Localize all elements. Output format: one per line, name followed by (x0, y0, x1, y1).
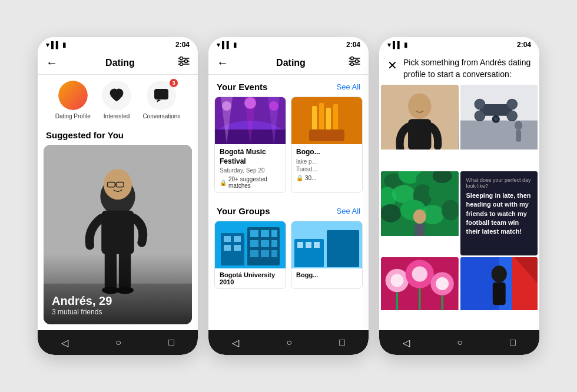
svg-point-96 (390, 274, 403, 287)
conversations-label: Conversations (142, 113, 180, 119)
svg-rect-51 (261, 250, 269, 257)
svg-rect-50 (250, 250, 258, 257)
svg-rect-14 (101, 211, 134, 254)
battery-icon-2: ▮ (233, 41, 237, 49)
pick-screen: ✕ Pick something from Andrés dating prof… (379, 51, 539, 330)
svg-point-28 (222, 101, 231, 111)
bottom-nav-1: ◁ ○ □ (38, 330, 198, 355)
svg-rect-62 (410, 149, 419, 150)
interested-icon[interactable]: Interested (102, 81, 131, 119)
groups-row: Bogotá University 2010 (208, 221, 369, 289)
svg-point-29 (244, 97, 256, 109)
svg-rect-61 (408, 119, 431, 150)
dating-profile-label: Dating Profile (55, 113, 91, 119)
status-time-2: 2:04 (346, 41, 360, 49)
lock-icon-2: 🔒 (296, 175, 303, 181)
pick-garden[interactable] (381, 171, 459, 256)
svg-rect-91 (414, 224, 425, 236)
status-bar-1: ▾ ▌▌ ▮ 2:04 (38, 37, 198, 51)
filter-button-1[interactable] (178, 57, 190, 69)
pick-flowers[interactable] (381, 257, 459, 330)
suggested-label: Suggested for You (38, 124, 198, 145)
events-section-header: Your Events See All (208, 75, 369, 97)
event-1-matches: 🔒 20+ suggested matches (220, 176, 281, 189)
svg-rect-43 (234, 245, 241, 251)
svg-point-98 (436, 277, 449, 290)
pick-man1[interactable] (381, 85, 459, 170)
event-1-date: Saturday, Sep 20 (220, 167, 281, 174)
group-card-1[interactable]: Bogotá University 2010 (214, 221, 286, 289)
pick-drone[interactable] (460, 85, 538, 170)
back-button-2[interactable]: ← (217, 56, 228, 69)
group-card-2[interactable]: Bogg... (291, 221, 363, 289)
profile-info: Andrés, 29 3 mutual friends (52, 294, 112, 316)
back-button-1[interactable]: ← (46, 56, 58, 69)
svg-point-70 (475, 99, 485, 110)
svg-rect-58 (314, 242, 320, 248)
recent-nav-btn-3[interactable]: □ (498, 334, 528, 351)
groups-section-header: Your Groups See All (208, 199, 369, 221)
svg-point-107 (491, 266, 506, 283)
conversations-badge: 3 (169, 78, 178, 88)
nav-bar-1: ← Dating (38, 51, 198, 75)
phone-3: ▾ ▌▌ ▮ 2:04 ✕ Pick something from Andrés… (379, 37, 539, 355)
svg-rect-56 (297, 242, 303, 248)
see-all-events[interactable]: See All (337, 82, 360, 91)
group-card-2-img (291, 221, 362, 268)
filter-button-2[interactable] (349, 57, 360, 69)
event-card-2[interactable]: Bogo... lake p... Tuesd... 🔒 30... (291, 97, 363, 193)
svg-rect-68 (516, 130, 521, 142)
svg-rect-49 (271, 240, 277, 247)
phones-container: ▾ ▌▌ ▮ 2:04 ← Dating (38, 37, 539, 355)
pick-header: ✕ Pick something from Andrés dating prof… (379, 51, 539, 85)
svg-rect-48 (261, 240, 269, 247)
pick-man2[interactable] (460, 257, 538, 330)
see-all-groups[interactable]: See All (337, 207, 360, 215)
event-card-1[interactable]: Bogotá Music Festival Saturday, Sep 20 🔒… (214, 97, 286, 193)
question-label: What does your perfect day look like? (466, 177, 532, 189)
back-nav-btn-3[interactable]: ◁ (391, 334, 422, 352)
close-button[interactable]: ✕ (387, 58, 397, 72)
svg-rect-36 (309, 129, 344, 141)
home-nav-btn-3[interactable]: ○ (445, 334, 475, 351)
back-nav-btn-2[interactable]: ◁ (220, 334, 251, 352)
conversations-icon[interactable]: 3 Conversations (142, 81, 180, 119)
profile-mutual: 3 mutual friends (52, 308, 112, 316)
event-2-date2: Tuesd... (296, 166, 357, 172)
back-nav-btn-1[interactable]: ◁ (49, 334, 80, 352)
wifi-icon-3: ▾ (387, 41, 391, 49)
home-nav-btn-2[interactable]: ○ (274, 334, 304, 351)
events-row: Bogotá Music Festival Saturday, Sep 20 🔒… (208, 97, 369, 199)
profile-icons-row: Dating Profile Interested 3 (38, 75, 198, 124)
phone-1: ▾ ▌▌ ▮ 2:04 ← Dating (38, 37, 198, 355)
profile-name-age: Andrés, 29 (52, 294, 112, 308)
svg-point-22 (351, 57, 354, 60)
status-time-3: 2:04 (517, 41, 531, 49)
svg-point-73 (506, 111, 517, 121)
group-1-title: Bogotá University 2010 (215, 268, 286, 288)
home-nav-btn-1[interactable]: ○ (104, 334, 133, 351)
svg-rect-6 (154, 89, 168, 99)
status-icons-1: ▾ ▌▌ ▮ (46, 41, 66, 49)
svg-point-86 (381, 204, 401, 222)
main-profile-card[interactable]: Andrés, 29 3 mutual friends (44, 145, 192, 324)
recent-nav-btn-1[interactable]: □ (157, 334, 186, 351)
svg-rect-40 (224, 236, 231, 242)
svg-rect-57 (306, 242, 311, 248)
status-time-1: 2:04 (175, 41, 190, 49)
wifi-icon: ▾ (46, 41, 49, 49)
signal-icon-2: ▌▌ (222, 41, 231, 48)
groups-label: Your Groups (217, 206, 270, 216)
recent-nav-btn-2[interactable]: □ (327, 334, 357, 351)
event-card-2-img (291, 97, 362, 144)
nav-bar-2: ← Dating (208, 51, 369, 75)
status-bar-2: ▾ ▌▌ ▮ 2:04 (208, 37, 369, 51)
pick-question-card[interactable]: What does your perfect day look like? Sl… (460, 171, 538, 256)
svg-point-30 (269, 101, 278, 111)
svg-point-67 (515, 121, 522, 130)
status-bar-3: ▾ ▌▌ ▮ 2:04 (379, 37, 539, 51)
dating-profile-icon[interactable]: Dating Profile (55, 81, 91, 119)
bottom-nav-3: ◁ ○ □ (379, 330, 539, 355)
svg-point-5 (180, 63, 183, 66)
nav-title-2: Dating (233, 58, 349, 68)
